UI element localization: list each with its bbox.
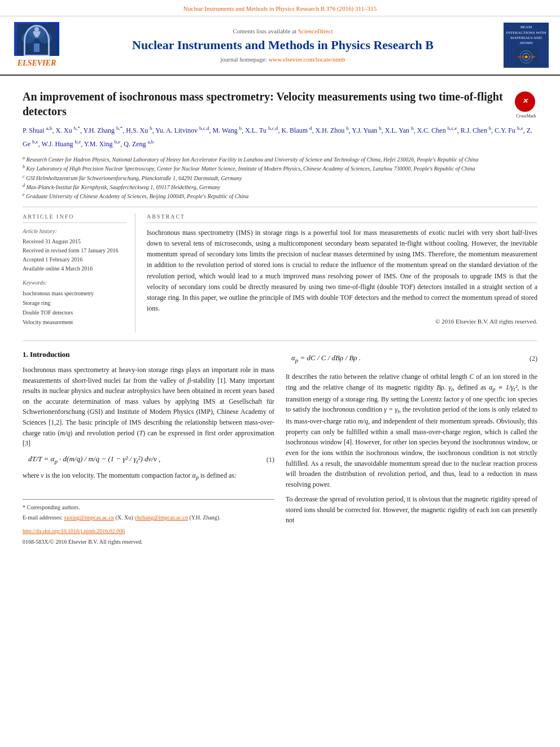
introduction-title: 1. Introduction: [23, 349, 274, 360]
intro-paragraph-1: Isochronous mass spectrometry at heavy-i…: [23, 365, 274, 449]
affiliation-d: d Max-Planck-Institut für Kernphysik, Sa…: [23, 182, 537, 191]
sciencedirect-line: Contents lists available at ScienceDirec…: [68, 27, 498, 36]
article-history-label: Article history:: [23, 228, 126, 235]
keyword-1: Isochronous mass spectrometry: [23, 289, 126, 298]
intro-paragraph-4: To decrease the spread of revolution per…: [286, 494, 537, 526]
svg-rect-7: [33, 30, 36, 36]
svg-rect-6: [35, 32, 38, 37]
footnote-star: * Corresponding authors.: [23, 503, 274, 512]
formula-1-number: (1): [266, 455, 274, 465]
keywords-label: Keywords:: [23, 279, 126, 287]
elsevier-logo: ELSEVIER: [11, 22, 62, 69]
journal-header-middle: Contents lists available at ScienceDirec…: [68, 27, 498, 64]
abstract-text: Isochronous mass spectrometry (IMS) in s…: [147, 228, 537, 314]
article-accepted-date: Accepted 1 February 2016: [23, 255, 126, 264]
email-link-1[interactable]: xuxing@impcas.ac.cn: [64, 514, 114, 521]
article-received-date: Received 31 August 2015: [23, 237, 126, 246]
article-title: An improvement of isochronous mass spect…: [23, 89, 509, 119]
affiliation-e: e Graduate University of Chinese Academy…: [23, 191, 537, 200]
issn-info: 0168-583X/© 2016 Elsevier B.V. All right…: [23, 538, 274, 547]
svg-point-3: [38, 32, 52, 43]
beam-interactions-logo: BEAM INTERACTIONS WITH MATERIALS AND ATO…: [504, 23, 549, 68]
formula-2-block: αp = dC / C / dBρ / Bρ . (2): [291, 352, 537, 365]
doi-section: http://dx.doi.org/10.1016/j.nimb.2016.02…: [23, 527, 274, 536]
affiliation-a: a Research Center for Hadron Physics, Na…: [23, 155, 537, 164]
authors-list: P. Shuai a,b, X. Xu b,*, Y.H. Zhang b,*,…: [23, 126, 532, 148]
journal-homepage: journal homepage: www.elsevier.com/locat…: [68, 55, 498, 64]
affiliation-b: b Key Laboratory of High Precision Nucle…: [23, 164, 537, 173]
beam-logo-image: [512, 48, 540, 66]
intro-paragraph-3: It describes the ratio between the relat…: [286, 372, 537, 490]
svg-point-5: [34, 27, 39, 32]
crossmark-badge: CrossMark: [515, 91, 537, 119]
journal-main-title: Nuclear Instruments and Methods in Physi…: [68, 38, 498, 53]
abstract-copyright: © 2016 Elsevier B.V. All rights reserved…: [147, 317, 537, 326]
elsevier-label: ELSEVIER: [18, 58, 56, 69]
svg-point-1: [28, 25, 45, 39]
article-history: Article history: Received 31 August 2015…: [23, 228, 126, 273]
formula-1-block: dT/T = αp · d(m/q) / m/q − (1 − γ² / γt²…: [28, 453, 274, 466]
article-title-section: An improvement of isochronous mass spect…: [23, 81, 537, 124]
svg-rect-8: [37, 30, 41, 36]
authors-section: P. Shuai a,b, X. Xu b,*, Y.H. Zhang b,*,…: [23, 124, 537, 150]
doi-link[interactable]: http://dx.doi.org/10.1016/j.nimb.2016.02…: [23, 528, 125, 534]
crossmark-label: CrossMark: [515, 113, 537, 119]
body-content: 1. Introduction Isochronous mass spectro…: [23, 349, 537, 547]
journal-top-bar: Nuclear Instruments and Methods in Physi…: [0, 0, 560, 16]
body-right-column: αp = dC / C / dBρ / Bρ . (2) It describe…: [286, 349, 537, 547]
svg-point-2: [21, 32, 35, 43]
affiliations-section: a Research Center for Hadron Physics, Na…: [23, 155, 537, 207]
elsevier-logo-image: [14, 22, 59, 56]
article-revised-date: Received in revised form 17 January 2016: [23, 246, 126, 255]
body-left-column: 1. Introduction Isochronous mass spectro…: [23, 349, 274, 547]
formula-2-number: (2): [530, 353, 537, 364]
article-content: An improvement of isochronous mass spect…: [0, 76, 560, 558]
article-info-column: ARTICLE INFO Article history: Received 3…: [23, 213, 135, 333]
footnote-emails: E-mail addresses: xuxing@impcas.ac.cn (X…: [23, 513, 274, 522]
abstract-column: ABSTRACT Isochronous mass spectrometry (…: [147, 213, 537, 333]
journal-header: ELSEVIER Contents lists available at Sci…: [0, 16, 560, 76]
intro-paragraph-2: where v is the ion velocity. The momentu…: [23, 470, 274, 482]
beam-interactions-text: BEAM INTERACTIONS WITH MATERIALS AND ATO…: [506, 25, 546, 45]
keyword-3: Double TOF detectors: [23, 308, 126, 317]
section-divider: [23, 340, 537, 341]
article-available-date: Available online 4 March 2016: [23, 264, 126, 273]
svg-point-14: [525, 55, 528, 58]
formula-2-text: αp = dC / C / dBρ / Bρ .: [291, 352, 530, 365]
article-info-abstract: ARTICLE INFO Article history: Received 3…: [23, 213, 537, 333]
article-info-heading: ARTICLE INFO: [23, 213, 126, 223]
footnote-section: * Corresponding authors. E-mail addresse…: [23, 499, 274, 522]
svg-rect-4: [34, 43, 40, 52]
formula-1-text: dT/T = αp · d(m/q) / m/q − (1 − γ² / γt²…: [28, 453, 266, 466]
keyword-4: Velocity measurement: [23, 317, 126, 327]
journal-homepage-link[interactable]: www.elsevier.com/locate/nimb: [268, 56, 345, 63]
sciencedirect-link[interactable]: ScienceDirect: [298, 28, 333, 34]
keyword-2: Storage ring: [23, 298, 126, 308]
journal-title-link[interactable]: Nuclear Instruments and Methods in Physi…: [183, 5, 377, 12]
article-keywords: Keywords: Isochronous mass spectrometry …: [23, 279, 126, 327]
email-link-2[interactable]: yhzhang@impcas.ac.cn: [134, 514, 188, 521]
abstract-heading: ABSTRACT: [147, 213, 537, 223]
affiliation-c: c GSI Helmholtzzentrum für Schwerionenfo…: [23, 173, 537, 182]
crossmark-icon: [515, 91, 535, 112]
